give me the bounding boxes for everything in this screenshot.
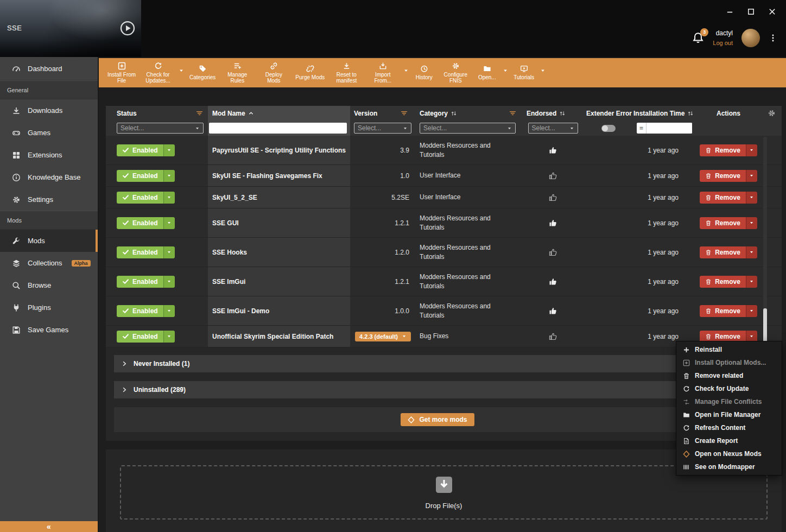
mod-enable-toggle[interactable]: Enabled: [117, 217, 175, 229]
mod-name[interactable]: SkyUI_5_2_SE: [208, 187, 350, 208]
remove-dropdown-caret[interactable]: [746, 276, 757, 288]
mod-enable-toggle[interactable]: Enabled: [117, 276, 175, 288]
extender-error-filter-toggle[interactable]: [601, 125, 616, 132]
enable-dropdown-caret[interactable]: [163, 305, 175, 317]
play-game-icon[interactable]: [119, 20, 136, 36]
remove-dropdown-caret[interactable]: [746, 192, 757, 204]
context-menu-item-open-in-file-manager[interactable]: Open in File Manager: [676, 408, 782, 421]
mod-row[interactable]: Enabled SkyUI_5_2_SE 5.2SE User Interfac…: [106, 187, 782, 208]
mod-row[interactable]: Enabled SSE ImGui 1.2.1 Modders Resource…: [106, 267, 782, 296]
enable-dropdown-caret[interactable]: [163, 170, 175, 182]
maximize-button[interactable]: [747, 8, 755, 16]
column-header-category[interactable]: Category: [413, 106, 521, 121]
enable-dropdown-caret[interactable]: [163, 144, 175, 156]
time-filter-input[interactable]: [646, 123, 692, 134]
toolbar-button-open[interactable]: Open...: [474, 64, 499, 82]
column-header-endorsed[interactable]: Endorsed: [521, 106, 585, 121]
endorsed-thumb-icon[interactable]: [549, 146, 557, 155]
enable-dropdown-caret[interactable]: [163, 246, 175, 258]
endorsed-thumb-icon[interactable]: [549, 277, 557, 286]
toolbar-caret-tutorials[interactable]: [538, 61, 547, 84]
enable-dropdown-caret[interactable]: [163, 331, 175, 343]
toolbar-button-history[interactable]: History: [411, 64, 436, 82]
sidebar-collapse-button[interactable]: «: [0, 521, 98, 532]
sidebar-item-dashboard[interactable]: Dashboard: [0, 57, 98, 80]
endorsed-filter-select[interactable]: Select...: [528, 123, 578, 134]
remove-mod-button[interactable]: Remove: [700, 144, 757, 156]
context-menu-item-create-report[interactable]: Create Report: [676, 434, 782, 447]
status-filter-select[interactable]: Select...: [117, 123, 204, 134]
remove-mod-button[interactable]: Remove: [700, 276, 757, 288]
context-menu-item-manage-file-conflicts[interactable]: Manage File Conflicts: [676, 395, 782, 408]
filter-icon[interactable]: [401, 110, 408, 117]
context-menu-item-remove-related[interactable]: Remove related: [676, 369, 782, 382]
category-filter-select[interactable]: Select...: [420, 123, 516, 134]
filter-icon[interactable]: [509, 110, 516, 117]
sidebar-item-games[interactable]: Games: [0, 122, 98, 144]
toolbar-button-tutorials[interactable]: Tutorials: [511, 64, 537, 82]
enable-dropdown-caret[interactable]: [163, 276, 175, 288]
toolbar-button-install-from-file[interactable]: Install From File: [104, 61, 139, 85]
mod-name[interactable]: Unofficial Skyrim Special Edition Patch: [208, 326, 350, 347]
remove-mod-button[interactable]: Remove: [700, 170, 757, 182]
context-menu-item-open-on-nexus-mods[interactable]: Open on Nexus Mods: [676, 447, 782, 460]
enable-dropdown-caret[interactable]: [163, 217, 175, 229]
minimize-button[interactable]: [726, 8, 734, 16]
context-menu-item-see-on-modmapper[interactable]: See on Modmapper: [676, 460, 782, 473]
remove-dropdown-caret[interactable]: [746, 305, 757, 317]
toolbar-button-import-from[interactable]: Import From...: [365, 61, 400, 85]
mod-row[interactable]: Enabled SkyUI SE - Flashing Savegames Fi…: [106, 165, 782, 187]
endorse-thumb-icon[interactable]: [549, 193, 557, 202]
mod-name[interactable]: SkyUI SE - Flashing Savegames Fix: [208, 165, 350, 186]
close-button[interactable]: [768, 8, 776, 16]
context-menu-item-refresh-content[interactable]: Refresh Content: [676, 421, 782, 434]
sidebar-item-settings[interactable]: Settings: [0, 188, 98, 211]
remove-dropdown-caret[interactable]: [746, 217, 757, 229]
mod-row[interactable]: Enabled SSE Hooks 1.2.0 Modders Resource…: [106, 238, 782, 267]
sidebar-item-extensions[interactable]: Extensions: [0, 144, 98, 166]
enable-dropdown-caret[interactable]: [163, 192, 175, 204]
toolbar-button-purge-mods[interactable]: Purge Mods: [293, 64, 327, 82]
endorse-thumb-icon[interactable]: [549, 172, 557, 180]
endorse-thumb-icon[interactable]: [549, 332, 557, 341]
remove-dropdown-caret[interactable]: [746, 170, 757, 182]
mod-enable-toggle[interactable]: Enabled: [117, 331, 175, 343]
toolbar-caret-open[interactable]: [501, 61, 509, 84]
context-menu-item-reinstall[interactable]: Reinstall: [676, 343, 782, 356]
get-more-mods-button[interactable]: Get more mods: [401, 413, 474, 426]
file-dropzone[interactable]: Drop File(s): [120, 465, 768, 520]
sidebar-item-browse[interactable]: Browse: [0, 274, 98, 296]
sidebar-item-downloads[interactable]: Downloads: [0, 99, 98, 122]
group-row-uninstalled[interactable]: Uninstalled (289): [114, 381, 761, 398]
toolbar-caret-check-for-updates[interactable]: [177, 61, 185, 84]
mod-enable-toggle[interactable]: Enabled: [117, 246, 175, 258]
version-filter-select[interactable]: Select...: [354, 123, 411, 134]
column-header-mod-name[interactable]: Mod Name: [208, 106, 350, 121]
column-header-extender-error[interactable]: Extender Error: [585, 106, 632, 121]
sidebar-item-collections[interactable]: Collections Alpha: [0, 252, 98, 274]
kebab-menu-icon[interactable]: [769, 34, 777, 42]
context-menu-item-install-optional-mods[interactable]: Install Optional Mods...: [676, 356, 782, 369]
remove-mod-button[interactable]: Remove: [700, 246, 757, 258]
endorse-thumb-icon[interactable]: [549, 248, 557, 257]
table-settings-gear-icon[interactable]: [768, 109, 776, 117]
mod-enable-toggle[interactable]: Enabled: [117, 305, 175, 317]
toolbar-button-reset-to-manifest[interactable]: Reset to manifest: [329, 61, 364, 85]
toolbar-button-configure-fnis[interactable]: Configure FNIS: [438, 61, 473, 85]
remove-dropdown-caret[interactable]: [746, 246, 757, 258]
remove-mod-button[interactable]: Remove: [700, 305, 757, 317]
logout-link[interactable]: Log out: [713, 39, 733, 48]
remove-dropdown-caret[interactable]: [746, 144, 757, 156]
remove-mod-button[interactable]: Remove: [700, 192, 757, 204]
column-header-installation-time[interactable]: Installation Time: [632, 106, 696, 121]
avatar[interactable]: [741, 29, 760, 47]
sidebar-item-save-games[interactable]: Save Games: [0, 319, 98, 341]
game-banner[interactable]: SSE: [0, 0, 141, 57]
column-header-status[interactable]: Status: [106, 106, 208, 121]
mod-name[interactable]: SSE Hooks: [208, 238, 350, 267]
sidebar-item-mods[interactable]: Mods: [0, 230, 98, 252]
toolbar-button-categories[interactable]: Categories: [187, 64, 218, 82]
notifications-button[interactable]: 3: [692, 32, 704, 44]
group-row-never-installed[interactable]: Never Installed (1): [114, 355, 761, 372]
toolbar-button-manage-rules[interactable]: Manage Rules: [220, 61, 255, 85]
